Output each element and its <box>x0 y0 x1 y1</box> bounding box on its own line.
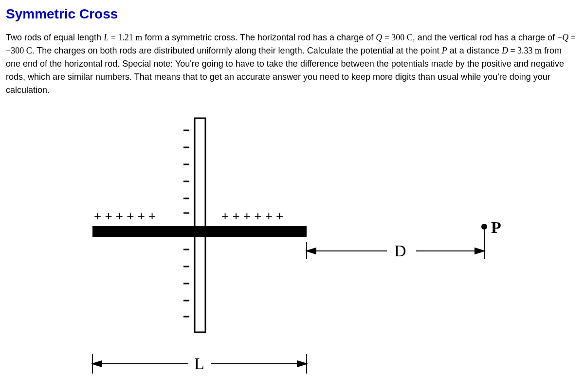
svg-marker-15 <box>307 248 316 254</box>
math-D-val: = 3.33 m <box>508 46 542 55</box>
text-segment: Two rods of equal length <box>6 33 104 42</box>
label-D: D <box>394 242 406 260</box>
text-segment: form a symmetric cross. The horizontal r… <box>142 33 376 42</box>
math-negQ: Q <box>562 33 568 42</box>
text-segment: , and the vertical rod has a charge of <box>413 33 557 42</box>
problem-statement: Two rods of equal length L = 1.21 m form… <box>6 31 578 97</box>
math-Q-val: = 300 C <box>382 33 413 42</box>
label-L: L <box>194 355 204 373</box>
text-segment: . The charges on both rods are distribut… <box>32 46 442 55</box>
math-P: P <box>442 46 447 55</box>
vertical-rod <box>195 118 205 332</box>
plus-signs-left: + + + + + + <box>94 209 156 223</box>
svg-marker-16 <box>475 248 484 254</box>
label-P: P <box>491 218 501 236</box>
math-L: L <box>104 33 109 42</box>
svg-marker-22 <box>297 361 307 367</box>
svg-marker-21 <box>92 361 102 367</box>
text-segment: at a distance <box>447 46 502 55</box>
minus-signs-bottom <box>183 249 189 317</box>
page-title: Symmetric Cross <box>6 4 578 24</box>
math-L-val: = 1.21 m <box>109 33 142 42</box>
math-negQ-lhs: − <box>557 33 562 42</box>
minus-signs-top <box>183 130 189 213</box>
math-Q: Q <box>376 33 382 42</box>
plus-signs-right: + + + + + + <box>221 209 283 223</box>
diagram-container: + + + + + + + + + + + + P D L <box>6 104 578 386</box>
math-D: D <box>502 46 508 55</box>
horizontal-rod <box>92 226 307 237</box>
cross-diagram: + + + + + + + + + + + + P D L <box>75 104 509 386</box>
